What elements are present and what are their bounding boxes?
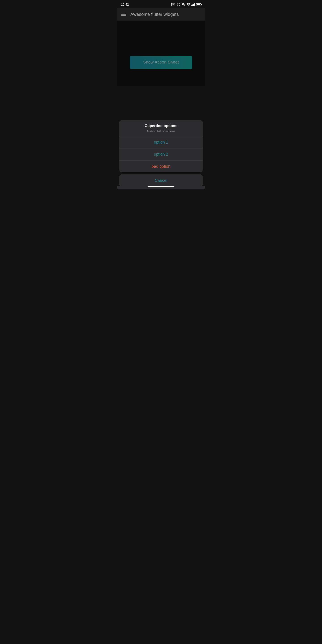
app-title: Awesome flutter widgets <box>130 12 179 17</box>
status-bar: 10:42 <box>118 0 204 8</box>
action-sheet-option-bad[interactable]: bad option <box>119 160 203 172</box>
hamburger-line-1 <box>121 13 126 13</box>
signal-bars-icon <box>192 3 195 6</box>
mail-icon <box>171 3 175 6</box>
action-sheet-cancel-button[interactable]: Cancel <box>119 174 203 187</box>
action-sheet-title: Cupertino options <box>124 124 198 128</box>
action-sheet-header: Cupertino options A short list of action… <box>119 120 203 136</box>
muted-icon <box>182 3 185 6</box>
wifi-icon <box>186 3 190 6</box>
action-sheet-option-1[interactable]: option 1 <box>119 136 203 148</box>
signal-bar-4 <box>194 3 195 6</box>
dimmed-overlay <box>118 20 204 86</box>
action-sheet-option-2[interactable]: option 2 <box>119 148 203 160</box>
home-bar <box>148 186 174 187</box>
signal-bar-2 <box>192 4 193 6</box>
signal-bar-3 <box>193 4 194 6</box>
action-sheet-subtitle: A short list of actions <box>124 130 198 133</box>
menu-button[interactable] <box>121 13 126 16</box>
action-sheet-main: Cupertino options A short list of action… <box>119 120 203 172</box>
signal-bar-1 <box>192 5 192 6</box>
svg-point-2 <box>178 4 179 5</box>
home-indicator <box>118 186 204 189</box>
battery-icon <box>196 3 201 6</box>
action-sheet-container: Cupertino options A short list of action… <box>118 118 204 189</box>
app-bar: Awesome flutter widgets <box>118 8 204 20</box>
hamburger-line-2 <box>121 14 126 14</box>
status-icons <box>171 3 201 6</box>
at-icon <box>177 3 180 6</box>
hamburger-line-3 <box>121 16 126 16</box>
svg-point-1 <box>177 3 180 6</box>
status-time: 10:42 <box>121 3 129 6</box>
battery-fill <box>196 4 200 5</box>
